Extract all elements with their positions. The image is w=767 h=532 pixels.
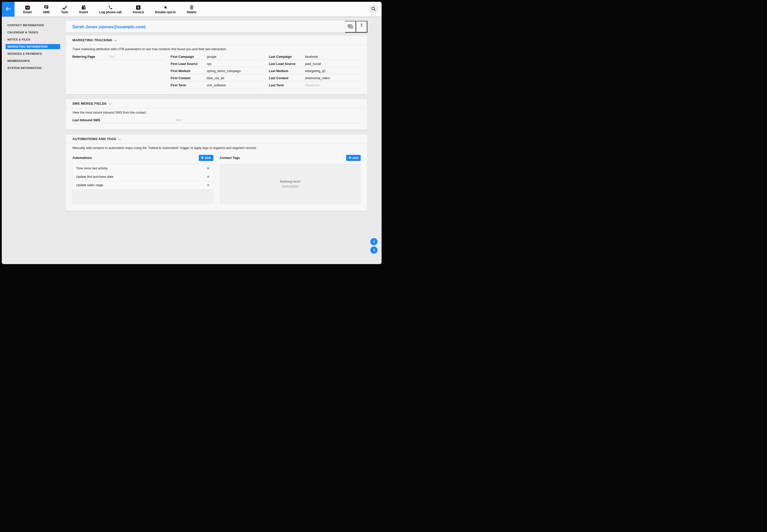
field-label: First Campaign <box>170 55 207 59</box>
field-last-inbound-sms[interactable]: Last Inbound SMS Text <box>72 118 361 123</box>
contact-tags-label: Contact Tags <box>220 156 240 160</box>
automations-tags-section: AUTOMATIONS AND TAGS Manually add contac… <box>66 134 367 211</box>
close-x-icon[interactable]: ✕ <box>207 167 210 170</box>
sidebar-item-memberships[interactable]: MEMBERSHIPS <box>6 58 60 63</box>
toolbar-invoice-button[interactable]: $ Invoice <box>133 5 144 14</box>
automation-item-label: Update sales stage <box>76 183 103 187</box>
marketing-tracking-body: Track marketing attribution with UTM par… <box>66 45 367 94</box>
field-first-medium[interactable]: First Medium spring_demo_campaign <box>170 69 262 74</box>
field-value[interactable]: paid_social <box>305 62 361 66</box>
field-last-medium[interactable]: Last Medium retargeting_q2 <box>269 69 361 74</box>
marketing-col-last: Last Campaign facebook Last Lead Source … <box>269 55 361 91</box>
chevron-down-icon[interactable] <box>114 40 117 42</box>
field-value[interactable]: crm_software <box>207 84 262 87</box>
toolbar-invoice-label: Invoice <box>133 10 144 14</box>
field-last-campaign[interactable]: Last Campaign facebook <box>269 55 361 60</box>
contact-tags-column: Contact Tags ADD Nothing here! <box>220 154 361 204</box>
field-label: First Content <box>170 76 207 80</box>
contact-header-card: Sarah Jones (sjones@example.com) <box>66 21 367 33</box>
field-value[interactable]: cpc <box>207 62 262 66</box>
back-button[interactable] <box>2 2 15 17</box>
field-value[interactable]: blue_cta_ad <box>207 76 262 80</box>
empty-state-title: Nothing here! <box>280 180 301 183</box>
info-icon[interactable]: i <box>370 238 378 245</box>
field-value[interactable]: testimonial_video <box>305 76 361 80</box>
pin-button[interactable] <box>356 21 367 33</box>
add-button-label: ADD <box>353 156 359 159</box>
sms-merge-fields-title: SMS MERGE FIELDS <box>72 102 106 105</box>
field-placeholder[interactable]: Text <box>175 118 361 122</box>
marketing-tracking-description: Track marketing attribution with UTM par… <box>72 47 361 51</box>
sms-field-wrap: Last Inbound SMS Text <box>72 118 361 130</box>
field-label: Referring Page <box>72 55 108 59</box>
add-contact-tag-button[interactable]: ADD <box>346 155 361 161</box>
field-first-term[interactable]: First Term crm_software <box>170 84 262 88</box>
field-referring-page[interactable]: Referring Page Text <box>72 55 164 60</box>
field-label: Last Lead Source <box>269 62 305 66</box>
close-x-icon[interactable]: ✕ <box>207 183 210 187</box>
field-value[interactable]: facebook <box>305 55 361 59</box>
field-first-campaign[interactable]: First Campaign google <box>170 55 262 60</box>
field-first-content[interactable]: First Content blue_cta_ad <box>170 76 262 81</box>
field-label: Last Medium <box>269 69 305 73</box>
sms-icon <box>44 5 48 10</box>
automations-list: Time since last activity ✕ Update first … <box>72 164 214 204</box>
email-icon <box>25 5 30 10</box>
field-value[interactable]: google <box>207 55 262 59</box>
trash-icon <box>189 5 194 10</box>
cursor-icon <box>163 5 168 10</box>
sidebar-item-system-information[interactable]: SYSTEM INFORMATION <box>6 65 60 71</box>
add-automation-button[interactable]: ADD <box>199 155 214 161</box>
toolbar-log-phone-call-button[interactable]: Log phone call <box>99 5 121 14</box>
search-button[interactable] <box>369 4 378 14</box>
marketing-tracking-section: MARKETING TRACKING Track marketing attri… <box>66 36 367 94</box>
contact-name-link[interactable]: Sarah Jones (sjones@example.com) <box>66 24 145 29</box>
sidebar-item-notes-files[interactable]: NOTES & FILES <box>6 37 60 42</box>
sidebar-item-invoices-payments[interactable]: INVOICES & PAYMENTS <box>6 51 60 56</box>
event-icon <box>81 5 86 10</box>
empty-state-subtitle: Subscription <box>282 185 299 188</box>
field-value[interactable]: retargeting_q2 <box>305 69 361 73</box>
toolbar-delete-button[interactable]: Delete <box>187 5 197 14</box>
contact-card-button[interactable] <box>345 21 356 33</box>
field-last-content[interactable]: Last Content testimonial_video <box>269 76 361 81</box>
top-toolbar: Email SMS Task Event <box>2 2 382 17</box>
marketing-tracking-header: MARKETING TRACKING <box>66 36 367 45</box>
toolbar-double-opt-in-button[interactable]: Double opt-in <box>155 5 175 14</box>
automations-column: Automations ADD Time sin <box>72 154 214 204</box>
field-label: Last Inbound SMS <box>72 118 175 122</box>
field-label: Last Content <box>269 76 305 80</box>
field-placeholder[interactable]: Text <box>108 55 164 59</box>
contact-card-icon <box>347 24 353 30</box>
field-first-lead-source[interactable]: First Lead Source cpc <box>170 62 262 67</box>
sms-description: View the most recent inbound SMS from th… <box>72 111 361 114</box>
sidebar-item-calendar-tasks[interactable]: CALENDAR & TASKS <box>6 30 60 35</box>
page-body: CONTACT INFORMATION CALENDAR & TASKS NOT… <box>2 17 382 264</box>
marketing-tracking-title: MARKETING TRACKING <box>72 38 112 42</box>
close-x-icon[interactable]: ✕ <box>207 175 210 179</box>
sms-merge-fields-header: SMS MERGE FIELDS <box>66 99 367 108</box>
automation-item-label: Time since last activity <box>76 167 108 170</box>
chevron-down-icon[interactable] <box>108 103 111 105</box>
field-last-lead-source[interactable]: Last Lead Source paid_social <box>269 62 361 67</box>
sidebar-item-marketing-information[interactable]: MARKETING INFORMATION <box>6 44 60 49</box>
toolbar-log-phone-call-label: Log phone call <box>99 10 121 14</box>
chevron-down-icon[interactable] <box>118 139 121 140</box>
contact-header-actions <box>345 21 367 33</box>
sidebar: CONTACT INFORMATION CALENDAR & TASKS NOT… <box>2 17 63 264</box>
field-last-term[interactable]: Last Term Relational <box>269 84 361 88</box>
task-icon <box>62 5 67 10</box>
toolbar-sms-button[interactable]: SMS <box>43 5 50 14</box>
help-icon[interactable]: ? <box>370 247 378 254</box>
plus-icon <box>201 156 204 160</box>
sidebar-item-contact-information[interactable]: CONTACT INFORMATION <box>6 23 60 28</box>
field-value[interactable]: spring_demo_campaign <box>207 69 262 73</box>
toolbar-email-button[interactable]: Email <box>23 5 32 14</box>
toolbar-task-button[interactable]: Task <box>61 5 68 14</box>
marketing-fields-grid: Referring Page Text First Campaign googl… <box>72 55 361 94</box>
toolbar-double-opt-in-label: Double opt-in <box>155 10 175 14</box>
main-content: Sarah Jones (sjones@example.com) <box>63 17 382 264</box>
automations-tags-description: Manually add contacts to automation maps… <box>72 146 361 150</box>
field-placeholder[interactable]: Relational <box>305 84 361 87</box>
toolbar-event-button[interactable]: Event <box>79 5 88 14</box>
